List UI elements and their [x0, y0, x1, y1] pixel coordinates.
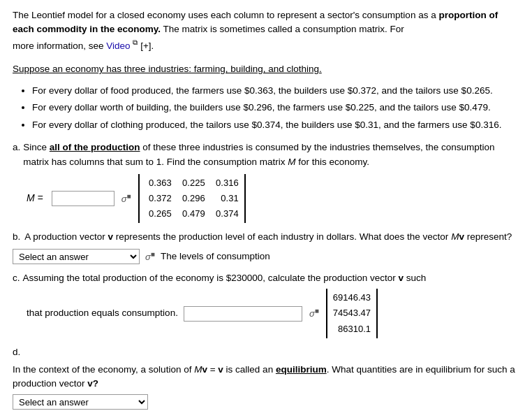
part-c-text2: that production equals consumption. — [27, 306, 178, 321]
bullet-list: For every dollar of food produced, the f… — [13, 84, 519, 132]
part-a-text: Since all of the production of these thr… — [23, 140, 519, 170]
matrix-row-2: 0.372 0.296 0.31 — [145, 191, 239, 206]
matrix-row-3: 0.265 0.479 0.374 — [145, 206, 239, 222]
matrix-display: 0.363 0.225 0.316 0.372 0.296 0.31 0.265… — [138, 174, 246, 223]
part-b-select[interactable]: Select an answer The levels of consumpti… — [13, 249, 140, 264]
matrix-M-label: M = — [27, 191, 43, 206]
video-link[interactable]: Video — [106, 40, 130, 50]
external-icon: ⧉ — [133, 38, 138, 46]
intro-paragraph: The Leontief model for a closed economy … — [13, 8, 519, 52]
col-val-1: 69146.43 — [333, 290, 371, 305]
plus-label: [+]. — [140, 40, 154, 50]
suppose-line: Suppose an economy has three industries:… — [13, 62, 519, 77]
part-b-answer-text: The levels of consumption — [161, 250, 270, 264]
part-a-M: M — [288, 157, 295, 167]
intro-text4: more information, see — [13, 40, 104, 50]
intro-text1: The Leontief model for a closed economy … — [13, 10, 436, 20]
part-b-text1: A production vector v represents the pro… — [24, 230, 512, 245]
part-d-text: In the context of the economy, a solutio… — [13, 363, 519, 392]
bullet-item-2: For every dollar worth of building, the … — [32, 101, 519, 115]
sigma-button-a[interactable]: σ■ — [121, 191, 131, 206]
sigma-button-b[interactable]: σ■ — [145, 249, 155, 264]
part-c-input[interactable] — [184, 306, 302, 322]
intro-text3-span: The matrix is sometimes called a consump… — [163, 24, 404, 34]
part-c: c. Assuming the total production of the … — [13, 271, 519, 338]
sigma-button-c[interactable]: σ■ — [309, 305, 319, 321]
part-a: a. Since all of the production of these … — [13, 140, 519, 223]
part-d: d. In the context of the economy, a solu… — [13, 345, 519, 411]
part-d-label: d. — [13, 345, 20, 360]
bullet-item-1: For every dollar of food produced, the f… — [32, 84, 519, 98]
col-val-3: 86310.1 — [333, 322, 371, 337]
part-c-text: Assuming the total production of the eco… — [23, 271, 427, 286]
part-a-label: a. — [13, 140, 20, 155]
matrix-row-1: 0.363 0.225 0.316 — [145, 175, 239, 191]
part-b-label: b. — [13, 230, 20, 245]
part-b: b. A production vector v represents the … — [13, 230, 519, 264]
part-c-label: c. — [13, 271, 20, 286]
part-c-matrix: 69146.43 74543.47 86310.1 — [326, 289, 378, 338]
bullet-item-3: For every dollar of clothing produced, t… — [32, 118, 519, 132]
part-d-select[interactable]: Select an answer production and consumpt… — [13, 394, 148, 410]
col-val-2: 74543.47 — [333, 305, 371, 321]
matrix-input-field[interactable] — [52, 191, 114, 206]
